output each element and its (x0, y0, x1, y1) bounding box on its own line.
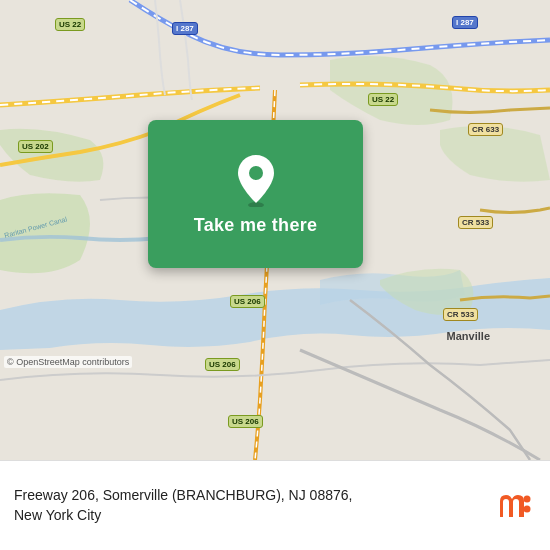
bottom-info-bar: Freeway 206, Somerville (BRANCHBURG), NJ… (0, 460, 550, 550)
road-label-us22-top: US 22 (55, 18, 85, 31)
map-attribution: © OpenStreetMap contributors (4, 356, 132, 368)
road-label-i287-right: I 287 (452, 16, 478, 29)
road-label-cr533-mid: CR 533 (443, 308, 478, 321)
svg-point-5 (524, 495, 531, 502)
road-label-us202: US 202 (18, 140, 53, 153)
take-me-there-button[interactable]: Take me there (148, 120, 363, 268)
road-label-us206-low: US 206 (205, 358, 240, 371)
moovit-logo (494, 485, 536, 527)
place-label-manville: Manville (447, 330, 490, 342)
svg-point-6 (524, 505, 531, 512)
road-label-cr633: CR 633 (468, 123, 503, 136)
address-text: Freeway 206, Somerville (BRANCHBURG), NJ… (14, 486, 484, 525)
road-label-us206-mid: US 206 (230, 295, 265, 308)
map-view: Raritan Power Canal US 22 I 287 I 287 US… (0, 0, 550, 460)
map-pin-icon (234, 153, 278, 207)
road-label-us206-bottom: US 206 (228, 415, 263, 428)
take-me-there-label: Take me there (194, 215, 318, 236)
address-block: Freeway 206, Somerville (BRANCHBURG), NJ… (14, 486, 484, 525)
road-label-us22-mid: US 22 (368, 93, 398, 106)
road-label-i287-left: I 287 (172, 22, 198, 35)
moovit-icon (494, 485, 536, 527)
svg-point-3 (249, 166, 263, 180)
road-label-cr533-top: CR 533 (458, 216, 493, 229)
